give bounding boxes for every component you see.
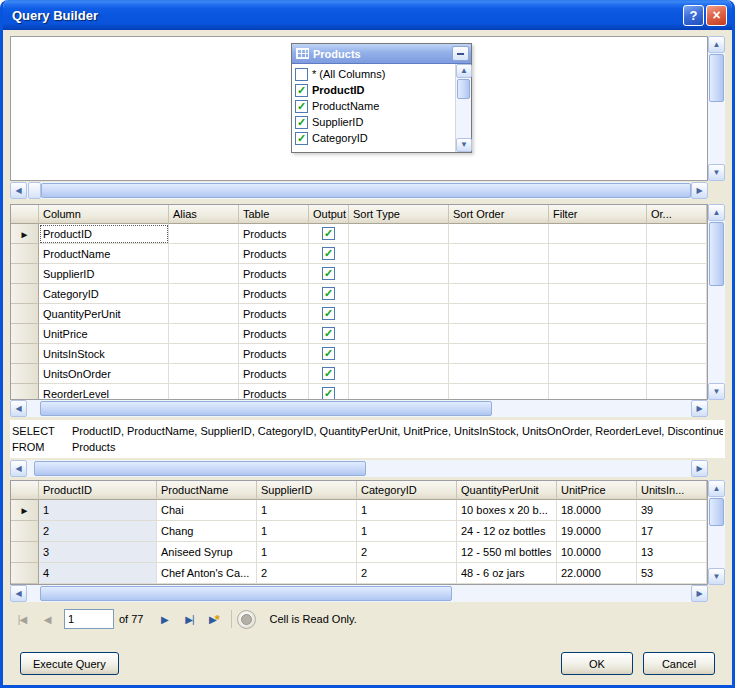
criteria-cell-column[interactable]: UnitsInStock — [39, 344, 169, 364]
scroll-up-button[interactable]: ▲ — [708, 36, 725, 53]
diagram-pane[interactable]: Products * (All Columns) ✓ ProductID — [10, 36, 708, 181]
criteria-header-sorttype[interactable]: Sort Type — [349, 205, 449, 224]
criteria-cell-output[interactable]: ✓ — [309, 244, 349, 264]
column-checkbox[interactable]: ✓ — [295, 100, 308, 113]
row-selector[interactable] — [11, 563, 39, 584]
scroll-left-button[interactable]: ◀ — [10, 585, 27, 602]
criteria-cell-sortorder[interactable] — [449, 324, 549, 344]
criteria-cell-or[interactable] — [647, 284, 707, 304]
results-header-unitsinstock[interactable]: UnitsIn... — [637, 481, 707, 500]
criteria-cell-alias[interactable] — [169, 364, 239, 384]
column-checkbox[interactable]: ✓ — [295, 84, 308, 97]
scroll-left-button[interactable]: ◀ — [10, 182, 27, 199]
output-checkbox[interactable]: ✓ — [322, 327, 335, 340]
row-selector[interactable] — [11, 521, 39, 542]
criteria-vscrollbar[interactable]: ▲ ▼ — [708, 204, 725, 400]
row-selector[interactable]: ► — [11, 500, 39, 521]
results-cell[interactable]: 1 — [39, 500, 157, 521]
results-cell[interactable]: 17 — [637, 521, 707, 542]
criteria-cell-or[interactable] — [647, 344, 707, 364]
scroll-track[interactable] — [708, 497, 725, 568]
scroll-track[interactable] — [27, 400, 691, 417]
row-selector[interactable] — [11, 244, 39, 264]
criteria-cell-output[interactable]: ✓ — [309, 224, 349, 244]
criteria-cell-or[interactable] — [647, 384, 707, 400]
scroll-thumb[interactable] — [709, 54, 724, 102]
results-header-categoryid[interactable]: CategoryID — [357, 481, 457, 500]
row-selector[interactable] — [11, 324, 39, 344]
move-last-button[interactable]: ▶| — [177, 608, 201, 630]
results-header-supplierid[interactable]: SupplierID — [257, 481, 357, 500]
criteria-cell-sorttype[interactable] — [349, 384, 449, 400]
criteria-cell-output[interactable]: ✓ — [309, 344, 349, 364]
results-cell[interactable]: Aniseed Syrup — [157, 542, 257, 563]
scroll-down-button[interactable]: ▼ — [708, 164, 725, 181]
results-cell[interactable]: 2 — [357, 542, 457, 563]
scroll-down-button[interactable]: ▼ — [456, 138, 472, 152]
results-hscrollbar[interactable]: ◀ ▶ — [10, 585, 708, 602]
scroll-left-button[interactable]: ◀ — [10, 400, 27, 417]
results-header-unitprice[interactable]: UnitPrice — [557, 481, 637, 500]
scroll-down-button[interactable]: ▼ — [708, 383, 725, 400]
results-cell[interactable]: 39 — [637, 500, 707, 521]
criteria-cell-sortorder[interactable] — [449, 344, 549, 364]
column-item-supplierid[interactable]: ✓ SupplierID — [292, 114, 455, 130]
criteria-cell-output[interactable]: ✓ — [309, 304, 349, 324]
criteria-cell-output[interactable]: ✓ — [309, 364, 349, 384]
help-button[interactable]: ? — [683, 5, 704, 26]
scroll-right-button[interactable]: ▶ — [691, 400, 708, 417]
row-selector[interactable]: ► — [11, 224, 39, 244]
criteria-cell-output[interactable]: ✓ — [309, 324, 349, 344]
scroll-left-button[interactable]: ◀ — [10, 460, 27, 477]
output-checkbox[interactable]: ✓ — [322, 307, 335, 320]
criteria-cell-alias[interactable] — [169, 304, 239, 324]
criteria-cell-sorttype[interactable] — [349, 264, 449, 284]
row-selector[interactable] — [11, 264, 39, 284]
criteria-cell-column[interactable]: SupplierID — [39, 264, 169, 284]
output-checkbox[interactable]: ✓ — [322, 247, 335, 260]
scroll-thumb[interactable] — [709, 498, 724, 526]
output-checkbox[interactable]: ✓ — [322, 287, 335, 300]
add-new-row-button[interactable]: ▶* — [202, 608, 226, 630]
row-selector[interactable] — [11, 344, 39, 364]
results-cell[interactable]: 48 - 6 oz jars — [457, 563, 557, 584]
scroll-thumb[interactable] — [40, 586, 452, 601]
scroll-right-button[interactable]: ▶ — [691, 585, 708, 602]
scroll-down-button[interactable]: ▼ — [708, 568, 725, 585]
criteria-header-output[interactable]: Output — [309, 205, 349, 224]
scroll-up-button[interactable]: ▲ — [708, 480, 725, 497]
row-selector[interactable] — [11, 284, 39, 304]
criteria-cell-alias[interactable] — [169, 384, 239, 400]
criteria-cell-output[interactable]: ✓ — [309, 284, 349, 304]
criteria-cell-output[interactable]: ✓ — [309, 384, 349, 400]
scroll-track[interactable] — [708, 53, 725, 164]
title-bar[interactable]: Query Builder ? × — [3, 0, 732, 30]
criteria-cell-alias[interactable] — [169, 284, 239, 304]
scroll-track[interactable] — [27, 460, 691, 477]
scroll-thumb[interactable] — [709, 222, 724, 286]
scroll-right-button[interactable]: ▶ — [691, 182, 708, 199]
output-checkbox[interactable]: ✓ — [322, 347, 335, 360]
criteria-cell-filter[interactable] — [549, 244, 647, 264]
results-vscrollbar[interactable]: ▲ ▼ — [708, 480, 725, 585]
results-cell[interactable]: 13 — [637, 542, 707, 563]
column-item-all-columns[interactable]: * (All Columns) — [292, 66, 455, 82]
criteria-cell-table[interactable]: Products — [239, 344, 309, 364]
criteria-cell-or[interactable] — [647, 304, 707, 324]
criteria-cell-table[interactable]: Products — [239, 384, 309, 400]
row-selector[interactable] — [11, 304, 39, 324]
criteria-header-filter[interactable]: Filter — [549, 205, 647, 224]
results-cell[interactable]: 18.0000 — [557, 500, 637, 521]
results-cell[interactable]: 10.0000 — [557, 542, 637, 563]
criteria-header-or[interactable]: Or... — [647, 205, 707, 224]
criteria-cell-column[interactable]: ProductName — [39, 244, 169, 264]
criteria-cell-column[interactable]: CategoryID — [39, 284, 169, 304]
criteria-cell-table[interactable]: Products — [239, 304, 309, 324]
scroll-up-button[interactable]: ▲ — [708, 204, 725, 221]
criteria-hscrollbar[interactable]: ◀ ▶ — [10, 400, 708, 417]
criteria-cell-table[interactable]: Products — [239, 364, 309, 384]
criteria-cell-or[interactable] — [647, 244, 707, 264]
results-cell[interactable]: 2 — [39, 521, 157, 542]
output-checkbox[interactable]: ✓ — [322, 227, 335, 240]
criteria-cell-table[interactable]: Products — [239, 324, 309, 344]
